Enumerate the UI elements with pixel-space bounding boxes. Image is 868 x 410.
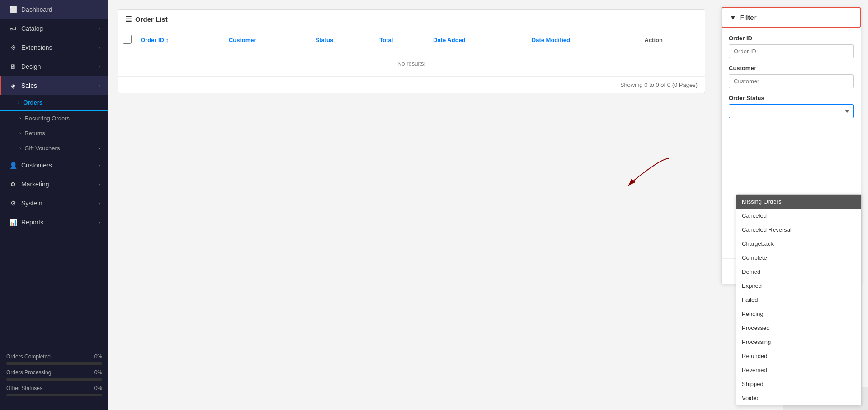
dropdown-item-missing-orders[interactable]: Missing Orders xyxy=(736,195,861,209)
customer-input[interactable] xyxy=(729,74,854,88)
col-status[interactable]: Status xyxy=(311,29,375,51)
sidebar-item-marketing[interactable]: ✿ Marketing › xyxy=(0,175,108,194)
dropdown-item-expired[interactable]: Expired xyxy=(736,279,861,293)
order-status-label: Order Status xyxy=(729,95,854,101)
filter-body: Order ID Customer Order Status Missing O… xyxy=(722,28,861,132)
filter-title: Filter xyxy=(740,14,757,21)
chevron-right-icon: › xyxy=(99,145,100,152)
orders-completed-value: 0% xyxy=(94,353,102,360)
sidebar-item-sales[interactable]: ◈ Sales › xyxy=(0,76,108,95)
orders-completed-row: Orders Completed 0% xyxy=(6,353,102,360)
col-date-modified[interactable]: Date Modified xyxy=(527,29,640,51)
chevron-right-icon: › xyxy=(99,219,100,225)
content-area: ☰ Order List Order ID ↕ xyxy=(108,0,868,410)
sidebar-item-label: Marketing xyxy=(21,181,49,188)
sidebar-item-catalog[interactable]: 🏷 Catalog › xyxy=(0,19,108,38)
sidebar-item-reports[interactable]: 📊 Reports › xyxy=(0,213,108,232)
design-icon: 🖥 xyxy=(9,63,17,70)
customer-label: Customer xyxy=(729,65,854,72)
sidebar-stats: Orders Completed 0% Orders Processing 0%… xyxy=(0,346,108,410)
main-content: ☰ Order List Order ID ↕ xyxy=(108,0,868,410)
customers-icon: 👤 xyxy=(9,162,17,169)
sidebar-item-label: Design xyxy=(21,63,41,70)
sidebar-subitem-returns[interactable]: › Returns xyxy=(0,126,108,141)
filter-header: ▼ Filter xyxy=(722,7,861,28)
sidebar-item-design[interactable]: 🖥 Design › xyxy=(0,57,108,76)
dropdown-item-refunded[interactable]: Refunded xyxy=(736,349,861,363)
sidebar-item-label: System xyxy=(21,200,42,207)
sidebar-item-label: Catalog xyxy=(21,25,43,32)
system-icon: ⚙ xyxy=(9,200,17,207)
sub-arrow-icon: › xyxy=(19,116,21,121)
sales-icon: ◈ xyxy=(9,82,17,89)
dropdown-item-denied[interactable]: Denied xyxy=(736,265,861,279)
panel-title: Order List xyxy=(135,15,168,23)
col-order-id[interactable]: Order ID ↕ xyxy=(136,29,224,51)
catalog-icon: 🏷 xyxy=(9,25,17,32)
orders-completed-bar-bg xyxy=(6,362,102,365)
sidebar-subitem-gift-vouchers[interactable]: › Gift Vouchers › xyxy=(0,141,108,156)
chevron-right-icon: › xyxy=(99,162,100,168)
other-statuses-label: Other Statuses xyxy=(6,385,42,391)
dropdown-item-chargeback[interactable]: Chargeback xyxy=(736,237,861,251)
showing-text: Showing 0 to 0 of 0 (0 Pages) xyxy=(118,76,705,93)
order-status-select[interactable]: Missing Orders Canceled Canceled Reversa… xyxy=(729,104,854,118)
dropdown-item-failed[interactable]: Failed xyxy=(736,293,861,307)
chevron-right-icon: › xyxy=(99,181,100,187)
sort-icon: ↕ xyxy=(166,37,169,43)
sub-arrow-icon: › xyxy=(19,146,21,151)
dropdown-item-shipped[interactable]: Shipped xyxy=(736,377,861,391)
dropdown-item-processed[interactable]: Processed xyxy=(736,321,861,335)
sidebar: ⬜ Dashboard 🏷 Catalog › ⚙ Extensions › 🖥… xyxy=(0,0,108,410)
col-customer[interactable]: Customer xyxy=(224,29,311,51)
arrow-svg xyxy=(624,154,678,190)
sub-arrow-icon: › xyxy=(18,100,19,105)
order-list-panel: ☰ Order List Order ID ↕ xyxy=(118,9,705,93)
dashboard-icon: ⬜ xyxy=(9,6,17,13)
chevron-right-icon: › xyxy=(99,64,100,69)
filter-group-customer: Customer xyxy=(729,65,854,88)
orders-processing-value: 0% xyxy=(94,369,102,376)
sidebar-subitem-recurring-orders[interactable]: › Recurring Orders xyxy=(0,111,108,126)
sidebar-item-dashboard[interactable]: ⬜ Dashboard xyxy=(0,0,108,19)
sidebar-subitem-label: Returns xyxy=(24,130,45,137)
orders-processing-row: Orders Processing 0% xyxy=(6,369,102,376)
filter-panel: ▼ Filter Order ID Customer Order Status xyxy=(721,7,861,284)
other-statuses-row: Other Statuses 0% xyxy=(6,385,102,391)
sidebar-item-label: Reports xyxy=(21,219,43,226)
filter-group-order-status: Order Status Missing Orders Canceled Can… xyxy=(729,95,854,118)
sidebar-subitem-label: Orders xyxy=(23,99,42,106)
filter-group-order-id: Order ID xyxy=(729,35,854,58)
dropdown-item-canceled[interactable]: Canceled xyxy=(736,209,861,223)
orders-processing-label: Orders Processing xyxy=(6,369,51,376)
filter-icon: ▼ xyxy=(730,14,736,21)
col-date-added[interactable]: Date Added xyxy=(429,29,527,51)
other-statuses-bar-bg xyxy=(6,394,102,396)
sidebar-item-customers[interactable]: 👤 Customers › xyxy=(0,156,108,175)
extensions-icon: ⚙ xyxy=(9,44,17,51)
sidebar-subitem-orders[interactable]: › Orders xyxy=(0,95,108,111)
sidebar-item-label: Customers xyxy=(21,162,52,169)
no-results-cell: No results! xyxy=(118,51,705,76)
status-dropdown-list: Missing Orders Canceled Canceled Reversa… xyxy=(736,194,862,405)
orders-completed-label: Orders Completed xyxy=(6,353,51,360)
other-statuses-value: 0% xyxy=(94,385,102,391)
dropdown-item-complete[interactable]: Complete xyxy=(736,251,861,265)
select-all-checkbox[interactable] xyxy=(123,35,132,44)
dropdown-item-voided[interactable]: Voided xyxy=(736,391,861,405)
panel-body: Order ID ↕ Customer Status Total xyxy=(118,29,705,93)
order-id-label: Order ID xyxy=(729,35,854,42)
dropdown-item-reversed[interactable]: Reversed xyxy=(736,363,861,377)
sidebar-item-label: Sales xyxy=(21,82,37,89)
dropdown-item-processing[interactable]: Processing xyxy=(736,335,861,349)
sidebar-item-system[interactable]: ⚙ System › xyxy=(0,194,108,213)
arrow-annotation xyxy=(624,154,678,191)
dropdown-item-pending[interactable]: Pending xyxy=(736,307,861,321)
order-id-input[interactable] xyxy=(729,44,854,58)
panel-header: ☰ Order List xyxy=(118,10,705,29)
sidebar-subitem-label: Recurring Orders xyxy=(24,115,70,122)
dropdown-item-canceled-reversal[interactable]: Canceled Reversal xyxy=(736,223,861,237)
sidebar-item-extensions[interactable]: ⚙ Extensions › xyxy=(0,38,108,57)
sidebar-item-label: Dashboard xyxy=(21,6,52,13)
col-total[interactable]: Total xyxy=(375,29,429,51)
